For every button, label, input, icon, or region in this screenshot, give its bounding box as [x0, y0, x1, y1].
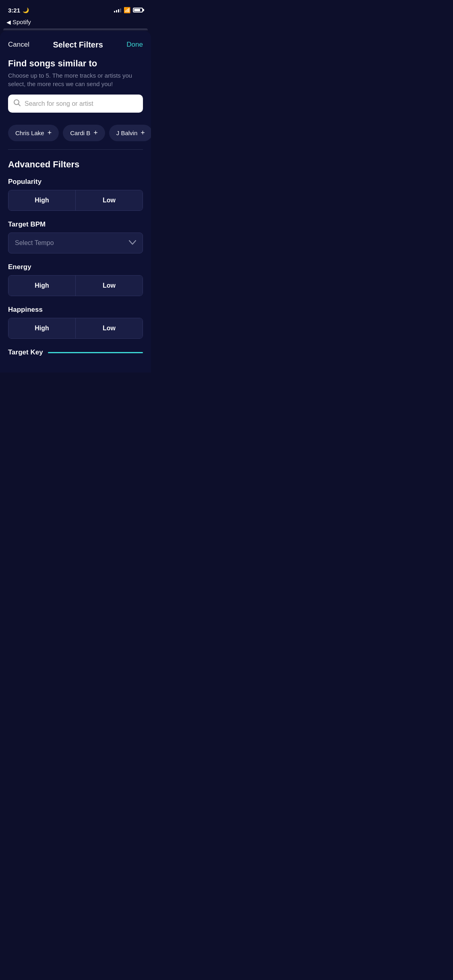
back-arrow-icon: ◀ — [6, 19, 11, 25]
signal-icon — [114, 8, 121, 12]
bpm-filter: Target BPM Select Tempo — [8, 220, 143, 253]
chevron-down-icon — [129, 239, 136, 247]
energy-label: Energy — [8, 263, 143, 271]
cancel-button[interactable]: Cancel — [8, 39, 29, 50]
happiness-low-button[interactable]: Low — [76, 318, 143, 338]
advanced-filters-title: Advanced Filters — [8, 159, 143, 170]
popularity-filter: Popularity High Low — [8, 178, 143, 211]
bpm-dropdown[interactable]: Select Tempo — [8, 233, 143, 253]
energy-toggle: High Low — [8, 275, 143, 296]
battery-icon — [133, 8, 143, 12]
chip-label: J Balvin — [116, 130, 138, 136]
status-time: 3:21 — [8, 7, 20, 14]
find-subtitle: Choose up to 5. The more tracks or artis… — [8, 71, 143, 88]
popularity-low-button[interactable]: Low — [76, 190, 143, 210]
happiness-filter: Happiness High Low — [8, 306, 143, 339]
popularity-high-button[interactable]: High — [8, 190, 76, 210]
chip-j-balvin[interactable]: J Balvin + — [109, 125, 151, 141]
chip-cardi-b[interactable]: Cardi B + — [63, 125, 105, 141]
find-section: Find songs similar to Choose up to 5. Th… — [0, 57, 151, 119]
happiness-high-button[interactable]: High — [8, 318, 76, 338]
status-icons: 📶 — [114, 7, 143, 13]
target-key-section: Target Key — [0, 348, 151, 356]
energy-filter: Energy High Low — [8, 263, 143, 296]
chip-plus-icon: + — [48, 129, 52, 137]
done-button[interactable]: Done — [126, 39, 143, 50]
bpm-placeholder: Select Tempo — [15, 239, 54, 247]
advanced-filters-section: Advanced Filters Popularity High Low Tar… — [0, 150, 151, 339]
popularity-label: Popularity — [8, 178, 143, 186]
bpm-label: Target BPM — [8, 220, 143, 229]
happiness-label: Happiness — [8, 306, 143, 314]
modal-header: Cancel Select Filters Done — [0, 31, 151, 57]
search-icon — [14, 99, 21, 108]
search-bar[interactable]: Search for song or artist — [8, 95, 143, 113]
chip-label: Chris Lake — [15, 130, 44, 136]
chips-row: Chris Lake + Cardi B + J Balvin + — [0, 119, 151, 141]
chip-label: Cardi B — [70, 130, 90, 136]
energy-high-button[interactable]: High — [8, 276, 76, 296]
wifi-icon: 📶 — [124, 7, 130, 13]
chip-chris-lake[interactable]: Chris Lake + — [8, 125, 59, 141]
popularity-toggle: High Low — [8, 190, 143, 211]
find-title: Find songs similar to — [8, 58, 143, 69]
status-bar: 3:21 🌙 📶 — [0, 0, 151, 18]
happiness-toggle: High Low — [8, 318, 143, 339]
target-key-line — [48, 352, 143, 353]
target-key-label: Target Key — [8, 348, 43, 356]
search-placeholder: Search for song or artist — [25, 100, 93, 107]
energy-low-button[interactable]: Low — [76, 276, 143, 296]
back-label: Spotify — [12, 19, 31, 25]
svg-line-1 — [19, 104, 21, 106]
chip-plus-icon: + — [141, 129, 145, 137]
modal-title: Select Filters — [53, 40, 103, 49]
moon-icon: 🌙 — [23, 7, 29, 13]
modal-container: Cancel Select Filters Done Find songs si… — [0, 31, 151, 373]
chip-plus-icon: + — [93, 129, 98, 137]
target-key-header: Target Key — [8, 348, 143, 356]
back-nav[interactable]: ◀ Spotify — [0, 18, 151, 29]
